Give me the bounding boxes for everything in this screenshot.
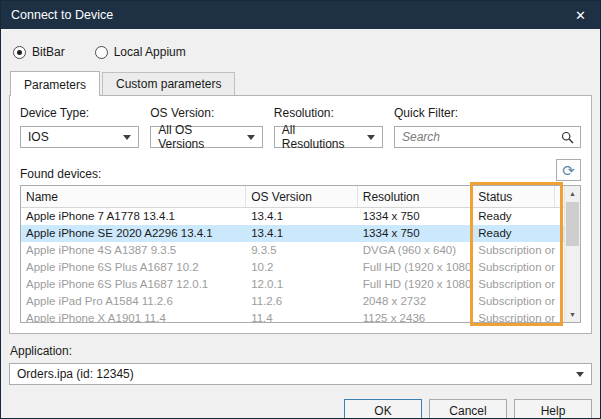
application-dropdown[interactable]: Orders.ipa (id: 12345) [9,363,592,385]
column-header-status[interactable]: Status [473,186,555,207]
device-cell-name: Apple iPhone 6S Plus A1687 12.0.1 [21,276,246,293]
device-cell-os: 9.3.5 [246,242,358,259]
device-cell-os: 11.4 [246,310,358,323]
device-cell-name: Apple iPhone X A1901 11.4 [21,310,246,323]
device-row[interactable]: Apple iPhone SE 2020 A2296 13.4.113.4.11… [21,225,564,242]
device-cell-name: Apple iPhone 6S Plus A1687 10.2 [21,259,246,276]
dialog-titlebar: Connect to Device ✕ [1,1,600,29]
device-cell-name: Apple iPad Pro A1584 11.2.6 [21,293,246,310]
radio-local-appium-label: Local Appium [114,45,186,59]
search-input[interactable] [402,130,557,144]
dialog-body: BitBar Local Appium Parameters Custom pa… [1,29,600,419]
column-header-resolution[interactable]: Resolution [358,186,474,207]
devices-table-wrap: Name OS Version Resolution Status Apple … [20,185,581,323]
table-scrollbar[interactable]: ▲ ▼ [564,186,580,322]
column-header-os-version[interactable]: OS Version [246,186,358,207]
device-cell-status: Subscription only [473,242,555,259]
device-cell-status: Ready [473,225,555,242]
radio-selected-icon [13,46,26,59]
device-row[interactable]: Apple iPhone 6S Plus A1687 10.210.2Full … [21,259,564,276]
found-devices-label: Found devices: [20,167,101,181]
close-icon[interactable]: ✕ [571,7,590,24]
application-value: Orders.ipa (id: 12345) [17,367,134,381]
dialog-title: Connect to Device [11,8,113,22]
parameters-tab-page: Device Type: IOS OS Version: All OS Vers… [9,95,592,334]
radio-local-appium[interactable]: Local Appium [95,45,186,59]
column-header-name[interactable]: Name [21,186,246,207]
device-cell-resolution: Full HD (1920 x 1080) [358,259,474,276]
connect-to-device-dialog: Connect to Device ✕ BitBar Local Appium … [0,0,601,419]
search-icon [561,131,574,144]
device-cell-filler [555,293,564,310]
device-cell-filler [555,310,564,323]
device-cell-os: 11.2.6 [246,293,358,310]
tab-custom-parameters[interactable]: Custom parameters [102,72,235,95]
devices-table: Name OS Version Resolution Status Apple … [20,185,581,323]
device-cell-status: Ready [473,208,555,225]
device-cell-resolution: 1125 x 2436 [358,310,474,323]
help-button[interactable]: Help [514,399,592,419]
found-devices-header: Found devices: ⟳ [20,159,581,181]
device-cell-os: 12.0.1 [246,276,358,293]
scroll-down-icon[interactable]: ▼ [565,307,580,322]
quick-filter-label: Quick Filter: [394,106,581,120]
device-cell-name: Apple iPhone 4S A1387 9.3.5 [21,242,246,259]
tab-parameters[interactable]: Parameters [10,71,100,96]
resolution-label: Resolution: [274,106,383,120]
column-header-filler [555,186,564,207]
refresh-icon: ⟳ [562,163,575,178]
device-cell-name: Apple iPhone 7 A1778 13.4.1 [21,208,246,225]
device-type-dropdown[interactable]: IOS [20,126,139,148]
device-cell-resolution: Full HD (1920 x 1080) [358,276,474,293]
device-cell-name: Apple iPhone SE 2020 A2296 13.4.1 [21,225,246,242]
os-version-label: OS Version: [150,106,263,120]
dialog-buttons: OK Cancel Help [9,399,592,419]
resolution-value: All Resolutions [282,123,361,151]
resolution-dropdown[interactable]: All Resolutions [274,126,383,148]
quick-filter-box [394,126,581,148]
device-row[interactable]: Apple iPhone X A1901 11.411.41125 x 2436… [21,310,564,323]
tab-bar: Parameters Custom parameters [10,70,592,95]
device-row[interactable]: Apple iPhone 4S A1387 9.3.59.3.5DVGA (96… [21,242,564,259]
devices-table-body: Apple iPhone 7 A1778 13.4.113.4.11334 x … [21,208,564,323]
device-cell-filler [555,208,564,225]
device-cell-filler [555,276,564,293]
scrollbar-thumb[interactable] [566,202,579,246]
ok-button[interactable]: OK [344,399,422,419]
chevron-down-icon [576,372,584,377]
device-row[interactable]: Apple iPhone 6S Plus A1687 12.0.112.0.1F… [21,276,564,293]
device-cell-status: Subscription only [473,259,555,276]
radio-bitbar[interactable]: BitBar [13,45,65,59]
device-cell-resolution: 1334 x 750 [358,225,474,242]
os-version-value: All OS Versions [158,123,241,151]
device-cell-status: Subscription only [473,293,555,310]
cancel-button[interactable]: Cancel [429,399,507,419]
device-cell-resolution: 2048 x 2732 [358,293,474,310]
chevron-down-icon [367,135,375,140]
device-type-label: Device Type: [20,106,139,120]
device-cell-filler [555,225,564,242]
device-cell-filler [555,259,564,276]
device-cell-filler [555,242,564,259]
filter-row: Device Type: IOS OS Version: All OS Vers… [20,106,581,148]
chevron-down-icon [123,135,131,140]
device-cell-os: 10.2 [246,259,358,276]
radio-bitbar-label: BitBar [32,45,65,59]
radio-unselected-icon [95,46,108,59]
scroll-up-icon[interactable]: ▲ [565,186,580,201]
application-label: Application: [10,344,592,358]
connection-mode-group: BitBar Local Appium [9,37,592,70]
os-version-dropdown[interactable]: All OS Versions [150,126,263,148]
table-header: Name OS Version Resolution Status [21,186,564,208]
device-type-value: IOS [28,130,49,144]
device-cell-resolution: 1334 x 750 [358,208,474,225]
device-cell-status: Subscription only [473,310,555,323]
refresh-button[interactable]: ⟳ [556,159,581,181]
device-row[interactable]: Apple iPhone 7 A1778 13.4.113.4.11334 x … [21,208,564,225]
device-cell-os: 13.4.1 [246,225,358,242]
chevron-down-icon [247,135,255,140]
device-row[interactable]: Apple iPad Pro A1584 11.2.611.2.62048 x … [21,293,564,310]
device-cell-os: 13.4.1 [246,208,358,225]
device-cell-status: Subscription only [473,276,555,293]
device-cell-resolution: DVGA (960 x 640) [358,242,474,259]
